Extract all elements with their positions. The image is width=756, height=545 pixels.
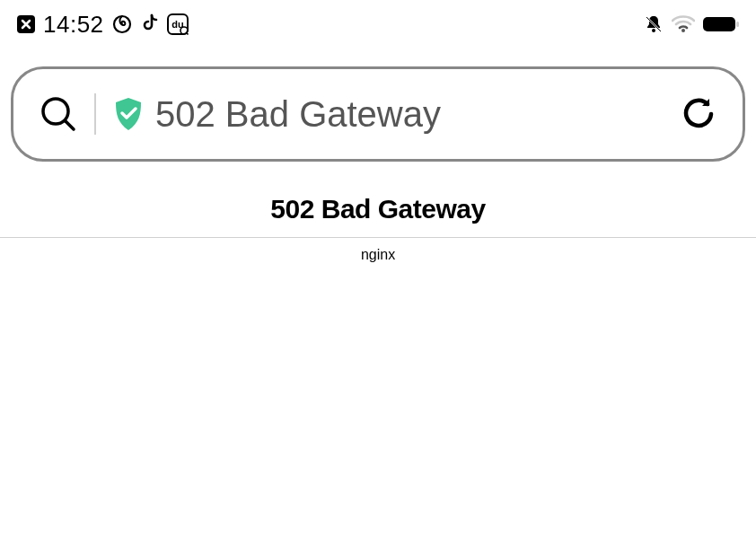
refresh-button[interactable]	[680, 95, 717, 133]
address-bar-container: 502 Bad Gateway	[0, 45, 756, 162]
address-bar[interactable]: 502 Bad Gateway	[11, 66, 745, 162]
netease-music-icon	[111, 13, 133, 35]
notifications-muted-icon	[643, 13, 664, 35]
error-heading: 502 Bad Gateway	[0, 194, 756, 224]
status-bar-right	[643, 13, 740, 35]
battery-icon	[702, 14, 740, 34]
page-title-in-bar: 502 Bad Gateway	[155, 94, 441, 135]
baidu-app-icon: du	[167, 13, 189, 35]
close-box-icon	[16, 14, 36, 34]
search-icon	[39, 94, 78, 134]
server-name: nginx	[0, 247, 756, 263]
svg-rect-10	[703, 17, 735, 31]
svg-line-5	[187, 33, 189, 35]
svg-point-4	[180, 27, 188, 34]
url-section[interactable]: 502 Bad Gateway	[112, 94, 664, 135]
refresh-icon	[680, 95, 717, 133]
wifi-icon	[672, 15, 695, 33]
tiktok-icon	[140, 13, 160, 35]
page-content: 502 Bad Gateway nginx	[0, 162, 756, 263]
status-bar: 14:52 du	[0, 0, 756, 45]
status-bar-left: 14:52 du	[16, 11, 189, 39]
status-time: 14:52	[43, 11, 104, 39]
svg-line-13	[66, 121, 74, 129]
svg-point-9	[681, 29, 685, 32]
svg-rect-11	[736, 22, 739, 27]
secure-shield-icon	[112, 96, 145, 132]
search-button[interactable]	[39, 93, 96, 135]
divider	[0, 237, 756, 238]
svg-point-6	[652, 29, 655, 32]
